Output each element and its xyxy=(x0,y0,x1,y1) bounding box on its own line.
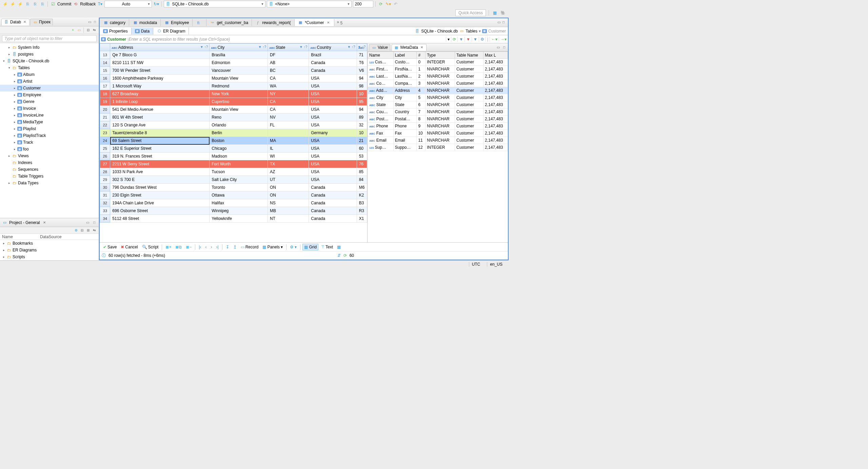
table-row[interactable]: 23Tauentzienstraße 8BerlinGermany10 xyxy=(100,129,367,137)
cell[interactable]: CA xyxy=(268,106,309,114)
row-number[interactable]: 25 xyxy=(100,145,110,152)
meta-header[interactable]: Label xyxy=(393,52,417,59)
tree-item[interactable]: 🗀Indexes xyxy=(0,159,99,166)
cell[interactable]: Canada xyxy=(309,215,357,223)
close-icon[interactable]: ✕ xyxy=(419,45,424,50)
editor-tab[interactable]: ▦Employee xyxy=(161,19,193,26)
table-row[interactable]: 2469 Salem StreetBostonMAUSA21 xyxy=(100,137,367,145)
import-icon[interactable]: ↥ xyxy=(232,244,238,250)
table-row[interactable]: 22120 S Orange AveOrlandoFLUSA32 xyxy=(100,121,367,129)
tree-item[interactable]: ▸▦PlaylistTrack xyxy=(0,132,99,139)
chart-icon[interactable]: ▦ xyxy=(336,244,342,250)
meta-row[interactable]: ABC First…FirstNa…1NVARCHARCustomer2,147… xyxy=(368,66,508,73)
del-row-icon[interactable]: ≣− xyxy=(184,244,193,250)
row-number[interactable]: 31 xyxy=(100,191,110,199)
twisty-icon[interactable]: ▸ xyxy=(13,73,16,76)
metadata-tab[interactable]: ▦MetaData✕ xyxy=(392,44,427,51)
tabs-overflow[interactable]: » 5 xyxy=(334,20,346,25)
cell[interactable]: 94 xyxy=(357,106,367,114)
cell[interactable]: Reno xyxy=(210,114,268,121)
cell[interactable]: Canada xyxy=(309,59,357,67)
schema-combo[interactable]: 🗄 <None>▼ xyxy=(267,1,352,7)
tree-item[interactable]: ▸▦Album xyxy=(0,71,99,78)
cell[interactable]: Orlando xyxy=(210,121,268,129)
cell[interactable]: ON xyxy=(268,191,309,199)
filter-custom-icon[interactable]: ▼ xyxy=(472,37,479,42)
new-conn-icon[interactable]: + xyxy=(71,28,75,33)
editor-tab[interactable]: ƒrewards_report( xyxy=(252,19,295,26)
cell[interactable]: Salt Lake City xyxy=(210,176,268,184)
history-icon[interactable]: ↻▾ xyxy=(153,1,159,7)
cell[interactable]: Brasília xyxy=(210,51,268,59)
cell[interactable]: 627 Broadway xyxy=(110,90,210,98)
table-row[interactable]: 26319 N. Frances StreetMadisonWIUSA53 xyxy=(100,152,367,160)
cell[interactable]: FL xyxy=(268,121,309,129)
cell[interactable]: 95 xyxy=(357,98,367,106)
cell[interactable]: MB xyxy=(268,207,309,215)
grid-view-button[interactable]: ▦Grid xyxy=(302,244,318,250)
settings-icon[interactable]: ⚙ xyxy=(479,37,486,42)
meta-row[interactable]: ABC Co…Compa…3NVARCHARCustomer2,147,483 xyxy=(368,80,508,87)
close-icon[interactable]: ✕ xyxy=(326,20,331,25)
table-row[interactable]: 30796 Dundas Street WestTorontoONCanadaM… xyxy=(100,184,367,191)
panels-button[interactable]: ▦Panels ▾ xyxy=(261,244,284,250)
cell[interactable]: 801 W 4th Street xyxy=(110,114,210,121)
minimize-icon[interactable]: ▭ xyxy=(496,20,501,25)
link-icon[interactable]: ⇆ xyxy=(92,228,97,233)
twisty-icon[interactable]: ▸ xyxy=(13,147,16,151)
commit-label[interactable]: Commit xyxy=(57,2,71,6)
tree-item[interactable]: ▾🗀Tables xyxy=(0,64,99,71)
datasource-combo[interactable]: 🗄 SQLite - Chinook.db▼ xyxy=(164,1,265,7)
filter-icon[interactable]: ▼ ↑? xyxy=(200,45,208,49)
cell[interactable]: Tucson xyxy=(210,168,268,176)
tree-item[interactable]: ▸▦Track xyxy=(0,139,99,146)
tree-item[interactable]: ▸▦foo xyxy=(0,146,99,152)
row-number[interactable]: 23 xyxy=(100,129,110,137)
close-icon[interactable]: ✕ xyxy=(22,20,27,24)
table-row[interactable]: 21801 W 4th StreetRenoNVUSA89 xyxy=(100,114,367,121)
tree-item[interactable]: ▸▦InvoiceLine xyxy=(0,112,99,119)
row-number[interactable]: 32 xyxy=(100,199,110,207)
cell[interactable]: BC xyxy=(268,67,309,75)
table-row[interactable]: 161600 Amphitheatre ParkwayMountain View… xyxy=(100,75,367,82)
column-header[interactable]: ABC▼ ↑? xyxy=(357,44,367,51)
tree-item[interactable]: ▸🗀System Info xyxy=(0,44,99,51)
cell[interactable]: 194A Chain Lake Drive xyxy=(110,199,210,207)
tree-item[interactable]: ▸▦MediaType xyxy=(0,119,99,125)
cell[interactable]: 796 Dundas Street West xyxy=(110,184,210,191)
cell[interactable]: New York xyxy=(210,90,268,98)
apply-filter-icon[interactable]: ⟳ xyxy=(451,37,457,42)
meta-row[interactable]: 123 Sup…Suppo…12INTEGERCustomer2,147,483 xyxy=(368,144,508,151)
meta-header[interactable]: # xyxy=(417,52,426,59)
cell[interactable]: 1600 Amphitheatre Parkway xyxy=(110,75,210,82)
meta-header[interactable]: Type xyxy=(426,52,455,59)
cell[interactable]: ON xyxy=(268,184,309,191)
cell[interactable]: WA xyxy=(268,82,309,90)
twisty-icon[interactable]: ▸ xyxy=(13,107,16,110)
cell[interactable]: USA xyxy=(309,75,357,82)
table-row[interactable]: 18627 BroadwayNew YorkNYUSA10 xyxy=(100,90,367,98)
project-item[interactable]: ▸🗀Bookmarks xyxy=(0,240,99,247)
row-number[interactable]: 20 xyxy=(100,106,110,114)
cell[interactable]: 76 xyxy=(357,160,367,168)
cell[interactable]: Redmond xyxy=(210,82,268,90)
cell[interactable]: Cupertino xyxy=(210,98,268,106)
twisty-icon[interactable]: ▸ xyxy=(7,154,11,158)
cell[interactable]: USA xyxy=(309,137,357,145)
twisty-icon[interactable]: ▸ xyxy=(13,134,16,137)
cell[interactable]: 541 Del Medio Avenue xyxy=(110,106,210,114)
twisty-icon[interactable]: ▸ xyxy=(7,53,11,56)
data-grid[interactable]: ABCAddress▼ ↑?ABCCity▼ ↑?ABCState▼ ↑?ABC… xyxy=(100,43,367,242)
rollback-icon[interactable]: ⟲ xyxy=(73,1,79,7)
cell[interactable]: TX xyxy=(268,160,309,168)
cell[interactable]: USA xyxy=(309,145,357,152)
prev-icon[interactable]: ←▾ xyxy=(490,37,499,42)
twisty-icon[interactable]: ▸ xyxy=(13,93,16,97)
meta-row[interactable]: ABC Add…Address4NVARCHARCustomer2,147,48… xyxy=(368,87,508,94)
row-number[interactable]: 21 xyxy=(100,114,110,121)
table-row[interactable]: 32194A Chain Lake DriveHalifaxNSCanadaB3 xyxy=(100,199,367,207)
tree-item[interactable]: ▸🗀Data Types xyxy=(0,180,99,186)
row-number[interactable]: 26 xyxy=(100,152,110,160)
cell[interactable]: 60 xyxy=(357,145,367,152)
cell[interactable]: Chicago xyxy=(210,145,268,152)
